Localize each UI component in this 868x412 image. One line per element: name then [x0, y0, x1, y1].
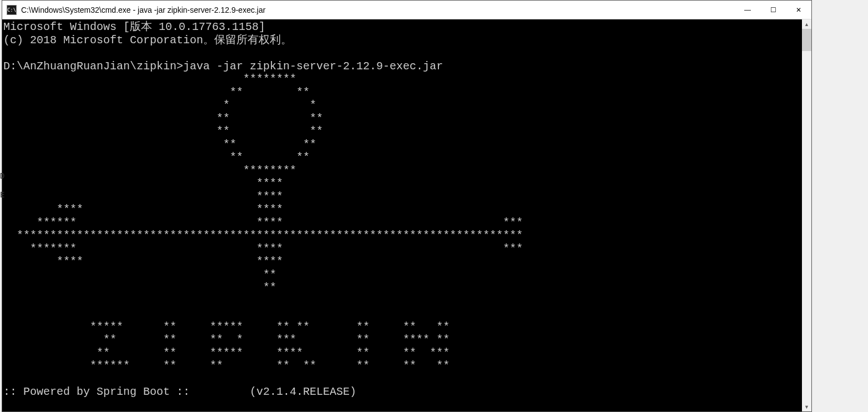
background-strip [813, 0, 868, 412]
app-icon: C:\ [7, 5, 17, 15]
window-title: C:\Windows\System32\cmd.exe - java -jar … [21, 6, 735, 14]
terminal-area: Microsoft Windows [版本 10.0.17763.1158] (… [2, 19, 811, 411]
cmd-window: C:\ C:\Windows\System32\cmd.exe - java -… [2, 0, 812, 412]
maximize-button[interactable]: ☐ [760, 1, 786, 19]
bg-letter-d: D [0, 171, 4, 180]
scroll-track[interactable] [802, 29, 811, 402]
scroll-down-button[interactable]: ▼ [802, 402, 811, 411]
scrollbar[interactable]: ▲ ▼ [802, 19, 811, 411]
close-button[interactable]: ✕ [786, 1, 811, 19]
window-controls: — ☐ ✕ [735, 1, 811, 19]
bg-letter-e: E [0, 190, 4, 199]
terminal-output[interactable]: Microsoft Windows [版本 10.0.17763.1158] (… [2, 19, 802, 411]
titlebar[interactable]: C:\ C:\Windows\System32\cmd.exe - java -… [2, 1, 811, 19]
minimize-button[interactable]: — [735, 1, 760, 19]
scroll-thumb[interactable] [802, 29, 811, 51]
scroll-up-button[interactable]: ▲ [802, 19, 811, 29]
